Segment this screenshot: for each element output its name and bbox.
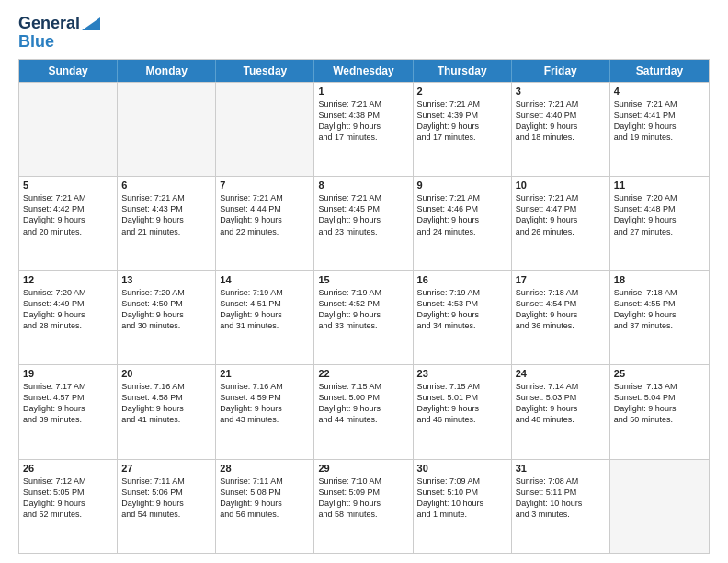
day-number: 3 xyxy=(516,86,606,97)
calendar-day-31: 31Sunrise: 7:08 AMSunset: 5:11 PMDayligh… xyxy=(512,460,610,553)
day-text: Sunset: 5:01 PM xyxy=(417,392,507,403)
day-text: and 28 minutes. xyxy=(23,320,113,331)
day-text: Sunset: 4:42 PM xyxy=(23,203,113,214)
day-number: 8 xyxy=(318,179,408,190)
calendar: SundayMondayTuesdayWednesdayThursdayFrid… xyxy=(18,59,710,554)
calendar-day-24: 24Sunrise: 7:14 AMSunset: 5:03 PMDayligh… xyxy=(512,365,610,458)
day-text: Sunset: 5:00 PM xyxy=(318,392,408,403)
day-text: Sunset: 4:43 PM xyxy=(121,203,211,214)
day-text: Sunset: 4:38 PM xyxy=(318,109,408,121)
calendar-day-3: 3Sunrise: 7:21 AMSunset: 4:40 PMDaylight… xyxy=(512,83,610,176)
day-text: and 56 minutes. xyxy=(220,509,310,520)
day-number: 6 xyxy=(121,179,211,190)
day-text: Sunset: 4:41 PM xyxy=(614,109,705,121)
logo-blue: Blue xyxy=(18,33,54,52)
day-text: and 44 minutes. xyxy=(318,414,408,425)
day-text: Daylight: 9 hours xyxy=(121,403,211,414)
day-text: and 37 minutes. xyxy=(614,320,705,331)
day-text: and 39 minutes. xyxy=(23,414,113,425)
day-text: Sunrise: 7:21 AM xyxy=(318,192,408,203)
calendar-day-30: 30Sunrise: 7:09 AMSunset: 5:10 PMDayligh… xyxy=(414,460,512,553)
calendar-empty-cell xyxy=(118,83,216,176)
calendar-day-22: 22Sunrise: 7:15 AMSunset: 5:00 PMDayligh… xyxy=(314,365,413,458)
day-text: and 26 minutes. xyxy=(516,226,606,237)
calendar-day-2: 2Sunrise: 7:21 AMSunset: 4:39 PMDaylight… xyxy=(414,83,512,176)
day-text: Sunrise: 7:16 AM xyxy=(121,381,211,392)
day-text: Daylight: 9 hours xyxy=(614,403,705,414)
header-day-thursday: Thursday xyxy=(414,60,512,82)
day-text: and 48 minutes. xyxy=(516,414,606,425)
day-text: Sunset: 4:50 PM xyxy=(121,298,211,309)
day-text: and 18 minutes. xyxy=(516,132,606,143)
day-number: 22 xyxy=(318,368,408,379)
day-text: Daylight: 9 hours xyxy=(23,403,113,414)
calendar-day-28: 28Sunrise: 7:11 AMSunset: 5:08 PMDayligh… xyxy=(216,460,314,553)
calendar-week-1: 5Sunrise: 7:21 AMSunset: 4:42 PMDaylight… xyxy=(19,176,709,270)
day-text: Sunset: 5:10 PM xyxy=(417,487,507,498)
calendar-header: SundayMondayTuesdayWednesdayThursdayFrid… xyxy=(19,60,709,82)
day-text: Sunset: 4:47 PM xyxy=(516,203,606,214)
day-text: Sunrise: 7:21 AM xyxy=(121,192,211,203)
day-text: Sunrise: 7:21 AM xyxy=(220,192,310,203)
day-text: Sunrise: 7:18 AM xyxy=(516,287,606,298)
calendar-day-26: 26Sunrise: 7:12 AMSunset: 5:05 PMDayligh… xyxy=(19,460,118,553)
calendar-day-14: 14Sunrise: 7:19 AMSunset: 4:51 PMDayligh… xyxy=(216,271,314,364)
calendar-day-7: 7Sunrise: 7:21 AMSunset: 4:44 PMDaylight… xyxy=(216,177,314,270)
day-number: 24 xyxy=(516,368,606,379)
calendar-day-19: 19Sunrise: 7:17 AMSunset: 4:57 PMDayligh… xyxy=(19,365,118,458)
calendar-day-17: 17Sunrise: 7:18 AMSunset: 4:54 PMDayligh… xyxy=(512,271,610,364)
day-text: Sunrise: 7:19 AM xyxy=(220,287,310,298)
calendar-day-27: 27Sunrise: 7:11 AMSunset: 5:06 PMDayligh… xyxy=(118,460,216,553)
day-text: Sunrise: 7:20 AM xyxy=(23,287,113,298)
day-number: 2 xyxy=(417,86,507,97)
day-number: 15 xyxy=(318,274,408,285)
day-text: Daylight: 9 hours xyxy=(516,309,606,320)
day-text: and 22 minutes. xyxy=(220,226,310,237)
header-day-friday: Friday xyxy=(512,60,610,82)
day-text: Sunrise: 7:21 AM xyxy=(417,192,507,203)
day-text: Sunrise: 7:13 AM xyxy=(614,381,705,392)
day-text: and 31 minutes. xyxy=(220,320,310,331)
header: General Blue xyxy=(18,15,710,52)
day-text: Sunset: 4:59 PM xyxy=(220,392,310,403)
day-text: Daylight: 9 hours xyxy=(318,214,408,225)
day-text: Sunrise: 7:20 AM xyxy=(614,192,705,203)
day-text: Sunrise: 7:20 AM xyxy=(121,287,211,298)
day-text: Sunset: 5:03 PM xyxy=(516,392,606,403)
day-text: and 17 minutes. xyxy=(318,132,408,143)
day-text: Daylight: 9 hours xyxy=(318,403,408,414)
day-text: Daylight: 9 hours xyxy=(516,214,606,225)
calendar-empty-cell xyxy=(216,83,314,176)
day-number: 12 xyxy=(23,274,113,285)
day-number: 14 xyxy=(220,274,310,285)
day-number: 1 xyxy=(318,86,408,97)
day-number: 30 xyxy=(417,463,507,474)
day-text: Daylight: 9 hours xyxy=(318,498,408,509)
day-text: and 36 minutes. xyxy=(516,320,606,331)
day-text: Sunrise: 7:14 AM xyxy=(516,381,606,392)
calendar-day-5: 5Sunrise: 7:21 AMSunset: 4:42 PMDaylight… xyxy=(19,177,118,270)
day-text: Sunset: 4:57 PM xyxy=(23,392,113,403)
calendar-day-12: 12Sunrise: 7:20 AMSunset: 4:49 PMDayligh… xyxy=(19,271,118,364)
day-text: and 24 minutes. xyxy=(417,226,507,237)
day-text: Daylight: 9 hours xyxy=(318,121,408,132)
day-text: Daylight: 9 hours xyxy=(516,121,606,132)
calendar-day-6: 6Sunrise: 7:21 AMSunset: 4:43 PMDaylight… xyxy=(118,177,216,270)
day-text: Sunrise: 7:15 AM xyxy=(417,381,507,392)
day-text: and 17 minutes. xyxy=(417,132,507,143)
day-text: and 41 minutes. xyxy=(121,414,211,425)
day-number: 7 xyxy=(220,179,310,190)
day-text: Sunset: 4:45 PM xyxy=(318,203,408,214)
day-number: 23 xyxy=(417,368,507,379)
day-number: 9 xyxy=(417,179,507,190)
day-text: and 3 minutes. xyxy=(516,509,606,520)
day-number: 17 xyxy=(516,274,606,285)
day-text: and 1 minute. xyxy=(417,509,507,520)
logo-general: General xyxy=(18,15,80,33)
calendar-day-29: 29Sunrise: 7:10 AMSunset: 5:09 PMDayligh… xyxy=(314,460,413,553)
day-number: 5 xyxy=(23,179,113,190)
day-text: and 34 minutes. xyxy=(417,320,507,331)
day-number: 4 xyxy=(614,86,705,97)
day-text: and 19 minutes. xyxy=(614,132,705,143)
day-text: Daylight: 9 hours xyxy=(614,214,705,225)
